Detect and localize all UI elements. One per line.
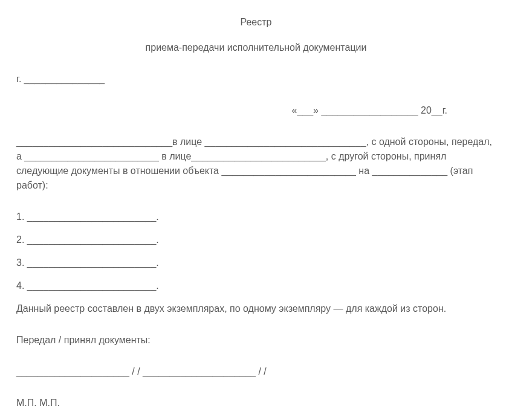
copies-paragraph: Данный реестр составлен в двух экземпляр…: [16, 302, 496, 316]
list-item-4: 4. ________________________.: [16, 279, 496, 293]
document-subtitle: приема-передачи исполнительной документа…: [16, 40, 496, 55]
list-item-1: 1. ________________________.: [16, 210, 496, 224]
main-paragraph: _____________________________в лице ____…: [16, 135, 496, 193]
list-item-2: 2. ________________________.: [16, 233, 496, 247]
city-field-line: г. _______________: [16, 72, 496, 86]
signature-line: _____________________ / / ______________…: [16, 364, 496, 379]
transfer-accept-line: Передал / принял документы:: [16, 333, 496, 347]
list-item-3: 3. ________________________.: [16, 256, 496, 270]
seal-line: М.П. М.П.: [16, 396, 496, 410]
document-title: Реестр: [16, 15, 496, 30]
date-field-line: «___» __________________ 20__г.: [16, 103, 496, 118]
